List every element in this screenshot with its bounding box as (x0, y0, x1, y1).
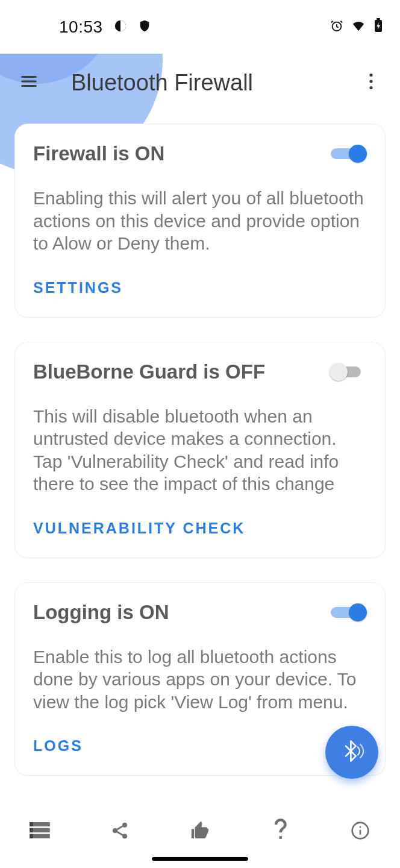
svg-point-21 (359, 826, 361, 828)
hamburger-icon (20, 72, 38, 93)
overflow-menu-button[interactable] (354, 66, 388, 99)
blueborne-toggle[interactable] (330, 360, 367, 383)
firewall-card-desc: Enabling this will alert you of all blue… (33, 187, 367, 255)
firewall-card: Firewall is ON Enabling this will alert … (14, 124, 386, 318)
dnd-icon (114, 17, 127, 37)
svg-point-7 (369, 74, 372, 77)
more-vert-icon (369, 73, 373, 92)
status-bar: 10:53 (0, 0, 400, 54)
bottom-help-button[interactable] (261, 813, 299, 851)
wifi-icon (352, 17, 365, 37)
firewall-card-title: Firewall is ON (33, 142, 164, 165)
bottom-like-button[interactable] (181, 813, 219, 851)
settings-button[interactable]: SETTINGS (33, 279, 367, 297)
alarm-icon (330, 17, 343, 37)
svg-rect-15 (30, 834, 34, 838)
bluetooth-broadcast-icon (340, 739, 364, 766)
share-icon (110, 821, 130, 843)
svg-point-16 (122, 823, 127, 828)
bottom-list-button[interactable] (20, 813, 59, 851)
shield-icon (138, 17, 151, 37)
logging-card-title: Logging is ON (33, 601, 169, 624)
help-icon (271, 819, 289, 845)
logs-button[interactable]: LOGS (33, 737, 367, 755)
svg-rect-13 (30, 822, 34, 826)
svg-point-8 (369, 80, 372, 83)
info-icon (351, 821, 370, 843)
blueborne-card: BlueBorne Guard is OFF This will disable… (14, 342, 386, 558)
svg-point-9 (369, 86, 372, 89)
blueborne-card-desc: This will disable bluetooth when an untr… (33, 405, 367, 495)
battery-icon (373, 17, 383, 37)
menu-button[interactable] (12, 66, 46, 99)
app-title: Bluetooth Firewall (71, 70, 354, 96)
home-indicator[interactable] (152, 857, 248, 861)
bottom-info-button[interactable] (341, 813, 380, 851)
status-time: 10:53 (59, 17, 103, 37)
list-icon (30, 822, 50, 841)
svg-rect-14 (30, 828, 34, 832)
blueborne-card-title: BlueBorne Guard is OFF (33, 360, 265, 383)
svg-rect-3 (377, 18, 380, 20)
thumb-up-icon (190, 820, 210, 843)
svg-point-18 (122, 834, 127, 838)
logging-toggle[interactable] (330, 601, 367, 624)
vulnerability-check-button[interactable]: VULNERABILITY CHECK (33, 520, 367, 537)
bottom-share-button[interactable] (101, 813, 139, 851)
app-bar: Bluetooth Firewall (0, 54, 400, 112)
logging-card-desc: Enable this to log all bluetooth actions… (33, 646, 367, 714)
firewall-toggle[interactable] (330, 142, 367, 165)
svg-point-17 (113, 828, 117, 833)
bluetooth-radar-fab[interactable] (325, 726, 378, 779)
